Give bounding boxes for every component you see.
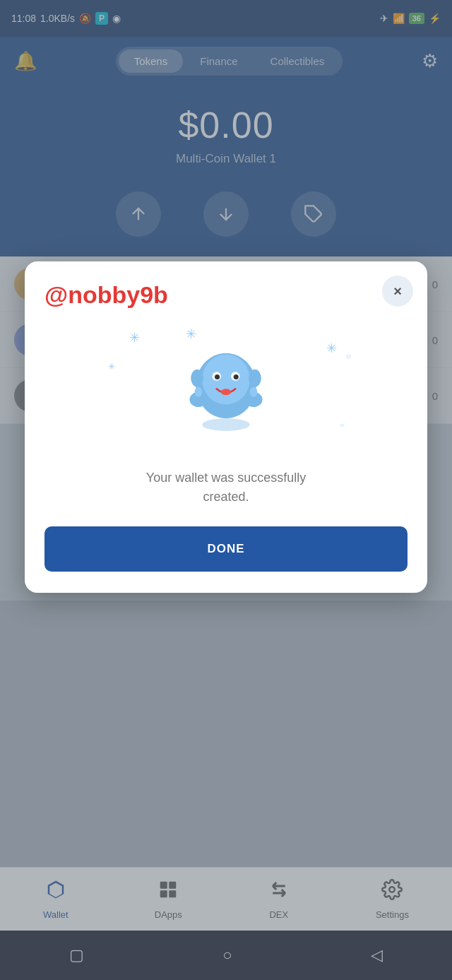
- success-message: Your wallet was successfullycreated.: [44, 468, 408, 507]
- svg-point-14: [249, 370, 261, 387]
- sparkle-icon: ○: [340, 421, 344, 429]
- svg-point-6: [215, 374, 220, 379]
- mascot-container: ✳ ✳ ✳ ✳ ○ ○: [44, 323, 408, 450]
- sparkle-icon: ✳: [108, 362, 115, 372]
- svg-point-7: [234, 374, 239, 379]
- modal-username: @nobby9b: [44, 281, 408, 309]
- success-modal: @nobby9b × ✳ ✳ ✳ ✳ ○ ○: [25, 261, 427, 593]
- svg-point-1: [202, 418, 250, 431]
- svg-point-8: [221, 389, 231, 395]
- svg-point-3: [202, 354, 250, 404]
- svg-point-12: [250, 387, 258, 397]
- sparkle-icon: ✳: [129, 330, 140, 346]
- sparkle-icon: ✳: [326, 341, 337, 356]
- mascot-illustration: [170, 323, 282, 436]
- done-button[interactable]: DONE: [44, 526, 408, 572]
- sparkle-icon: ○: [346, 351, 351, 361]
- modal-close-button[interactable]: ×: [382, 276, 413, 307]
- svg-point-13: [191, 370, 203, 387]
- svg-point-10: [195, 387, 203, 397]
- close-icon: ×: [393, 283, 402, 300]
